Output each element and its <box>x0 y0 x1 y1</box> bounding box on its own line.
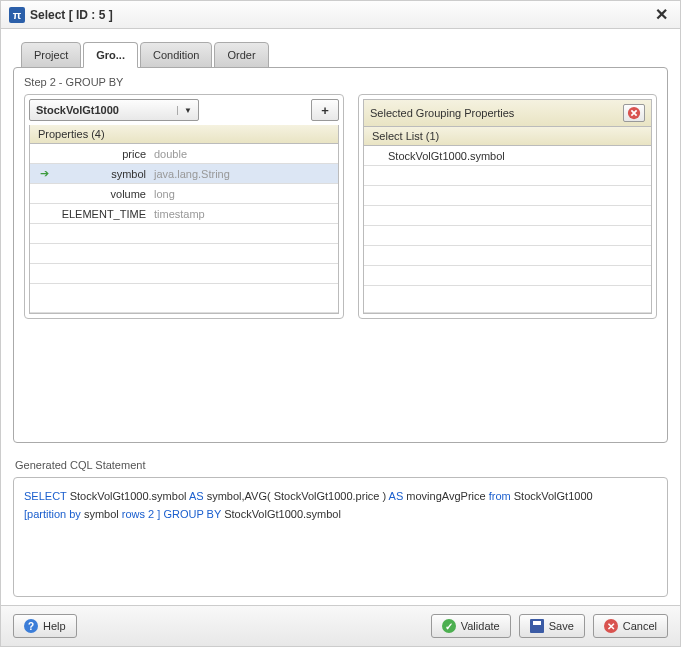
close-icon[interactable]: ✕ <box>651 5 672 24</box>
empty-row <box>30 224 338 244</box>
remove-button[interactable] <box>623 104 645 122</box>
cql-statement-box[interactable]: SELECT StockVolGt1000.symbol AS symbol,A… <box>13 477 668 597</box>
source-dropdown[interactable]: StockVolGt1000 ▼ <box>29 99 199 121</box>
tab-bar: Project Gro... Condition Order <box>21 41 668 67</box>
property-row[interactable]: price double <box>30 144 338 164</box>
step-label: Step 2 - GROUP BY <box>24 76 657 88</box>
selected-panel-header: Selected Grouping Properties <box>363 99 652 127</box>
empty-row <box>364 266 651 286</box>
dropdown-value: StockVolGt1000 <box>36 104 119 116</box>
select-dialog: π Select [ ID : 5 ] ✕ Project Gro... Con… <box>0 0 681 647</box>
cancel-button[interactable]: ✕ Cancel <box>593 614 668 638</box>
property-row[interactable]: volume long <box>30 184 338 204</box>
help-icon: ? <box>24 619 38 633</box>
chevron-down-icon: ▼ <box>177 106 192 115</box>
selected-grid: Select List (1) StockVolGt1000.symbol <box>363 127 652 314</box>
tab-content: Step 2 - GROUP BY StockVolGt1000 ▼ + Pro… <box>13 67 668 443</box>
generated-label: Generated CQL Statement <box>15 459 668 471</box>
empty-row <box>364 226 651 246</box>
empty-row <box>30 264 338 284</box>
properties-grid: Properties (4) price double ➔ symbol jav… <box>29 125 339 314</box>
dialog-title: Select [ ID : 5 ] <box>30 8 113 22</box>
tab-project[interactable]: Project <box>21 42 81 68</box>
x-icon <box>627 106 641 120</box>
empty-row <box>364 246 651 266</box>
properties-header: Properties (4) <box>30 125 338 144</box>
validate-button[interactable]: ✓ Validate <box>431 614 511 638</box>
empty-row <box>30 244 338 264</box>
add-button[interactable]: + <box>311 99 339 121</box>
tab-group[interactable]: Gro... <box>83 42 138 68</box>
save-icon <box>530 619 544 633</box>
content-area: Project Gro... Condition Order Step 2 - … <box>1 29 680 605</box>
selected-panel: Selected Grouping Properties Select List… <box>358 94 657 319</box>
footer: ? Help ✓ Validate Save ✕ Cancel <box>1 605 680 646</box>
empty-row <box>364 186 651 206</box>
title-bar: π Select [ ID : 5 ] ✕ <box>1 1 680 29</box>
properties-panel: StockVolGt1000 ▼ + Properties (4) price … <box>24 94 344 319</box>
panels: StockVolGt1000 ▼ + Properties (4) price … <box>24 94 657 319</box>
save-button[interactable]: Save <box>519 614 585 638</box>
cancel-icon: ✕ <box>604 619 618 633</box>
help-button[interactable]: ? Help <box>13 614 77 638</box>
check-icon: ✓ <box>442 619 456 633</box>
selected-item-row[interactable]: StockVolGt1000.symbol <box>364 146 651 166</box>
select-list-header: Select List (1) <box>364 127 651 146</box>
tab-condition[interactable]: Condition <box>140 42 212 68</box>
pi-icon: π <box>9 7 25 23</box>
empty-row <box>364 206 651 226</box>
property-row[interactable]: ELEMENT_TIME timestamp <box>30 204 338 224</box>
arrow-right-icon: ➔ <box>40 167 49 180</box>
empty-row <box>30 284 338 313</box>
tab-order[interactable]: Order <box>214 42 268 68</box>
property-row[interactable]: ➔ symbol java.lang.String <box>30 164 338 184</box>
empty-row <box>364 286 651 313</box>
empty-row <box>364 166 651 186</box>
